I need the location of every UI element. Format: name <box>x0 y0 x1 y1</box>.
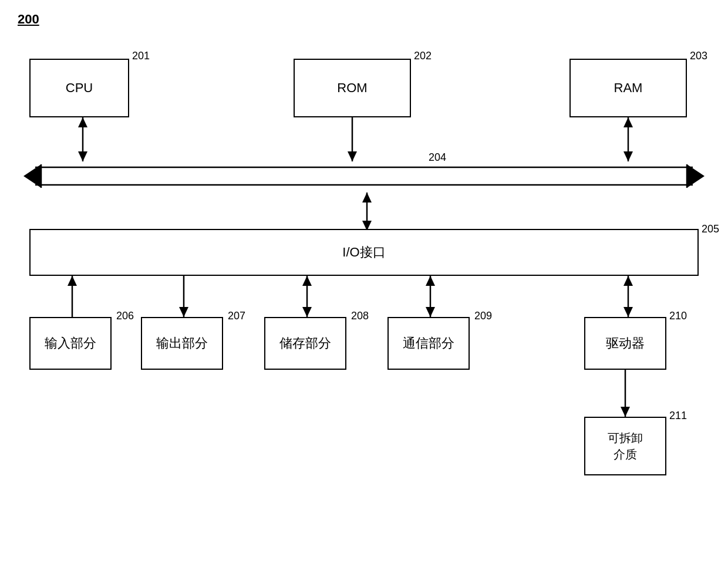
diagram: 200 CPU 201 ROM 202 RAM 203 204 <box>18 12 710 575</box>
svg-marker-20 <box>179 307 188 317</box>
svg-marker-25 <box>426 307 435 317</box>
storage-ref: 208 <box>351 310 369 322</box>
svg-marker-16 <box>362 193 372 202</box>
driver-media-arrow <box>616 370 634 417</box>
svg-marker-26 <box>426 276 435 286</box>
cpu-box: CPU <box>29 59 129 117</box>
input-label: 输入部分 <box>45 335 96 352</box>
ram-ref: 203 <box>690 50 707 62</box>
svg-marker-8 <box>78 117 87 127</box>
rom-ref: 202 <box>414 50 432 62</box>
io-label: I/O接口 <box>342 244 385 261</box>
rom-box: ROM <box>294 59 411 117</box>
bus-ref: 204 <box>429 151 446 164</box>
ram-box: RAM <box>569 59 687 117</box>
svg-marker-12 <box>623 151 633 161</box>
svg-marker-31 <box>621 407 630 417</box>
output-ref: 207 <box>228 310 245 322</box>
input-box: 输入部分 <box>29 317 112 370</box>
cpu-label: CPU <box>66 80 93 96</box>
svg-marker-23 <box>302 276 312 286</box>
svg-marker-28 <box>623 307 633 317</box>
driver-box: 驱动器 <box>584 317 666 370</box>
input-arrow <box>63 276 81 317</box>
driver-ref: 210 <box>669 310 687 322</box>
svg-marker-18 <box>68 276 77 286</box>
ram-bus-arrow <box>619 117 637 161</box>
svg-marker-2 <box>23 164 41 188</box>
comm-label: 通信部分 <box>403 335 454 352</box>
io-box: I/O接口 <box>29 229 699 276</box>
media-ref: 211 <box>669 410 687 422</box>
svg-marker-13 <box>623 117 633 127</box>
bus-io-arrow <box>358 193 376 231</box>
output-box: 输出部分 <box>141 317 223 370</box>
media-box: 可拆卸介质 <box>584 417 666 475</box>
storage-arrow <box>298 276 316 317</box>
output-label: 输出部分 <box>156 335 208 352</box>
output-arrow <box>175 276 193 317</box>
storage-label: 储存部分 <box>279 335 331 352</box>
comm-box: 通信部分 <box>387 317 470 370</box>
svg-marker-10 <box>348 151 357 161</box>
rom-bus-arrow <box>343 117 361 161</box>
cpu-ref: 201 <box>132 50 150 62</box>
storage-box: 储存部分 <box>264 317 346 370</box>
ram-label: RAM <box>614 80 643 96</box>
rom-label: ROM <box>337 80 367 96</box>
comm-ref: 209 <box>474 310 492 322</box>
media-label: 可拆卸介质 <box>608 430 643 463</box>
comm-arrow <box>422 276 439 317</box>
bus-arrow <box>18 158 710 194</box>
driver-label: 驱动器 <box>606 335 645 352</box>
svg-marker-3 <box>687 164 705 188</box>
svg-marker-22 <box>302 307 312 317</box>
cpu-bus-arrow <box>74 117 92 161</box>
driver-arrow <box>619 276 637 317</box>
io-ref: 205 <box>702 223 719 235</box>
diagram-title: 200 <box>18 12 39 27</box>
svg-marker-7 <box>78 151 87 161</box>
input-ref: 206 <box>116 310 134 322</box>
svg-marker-29 <box>623 276 633 286</box>
